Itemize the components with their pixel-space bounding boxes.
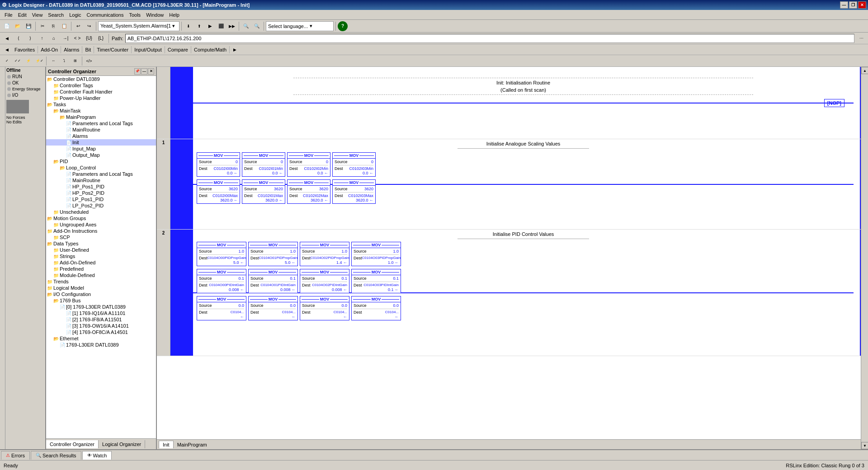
help-button[interactable]: ? <box>338 21 348 31</box>
menu-file[interactable]: File <box>2 11 15 19</box>
paste-button[interactable]: 📋 <box>59 21 69 31</box>
tab-compare[interactable]: Compare <box>165 46 191 53</box>
tree-item-2[interactable]: 📁Controller Fault Handler <box>46 89 156 95</box>
tab-init[interactable]: Init <box>159 441 174 448</box>
ladder-content[interactable]: Init: Initialisation Routine (Called on … <box>157 67 861 439</box>
menu-edit[interactable]: Edit <box>15 11 29 19</box>
test-button[interactable]: ▶▶ <box>227 21 237 31</box>
tree-item-30[interactable]: 📁Predefined <box>46 266 156 272</box>
tree-item-20[interactable]: 📄LP_Pos2_PID <box>46 202 156 209</box>
back-button[interactable]: ◀ <box>2 33 12 43</box>
tab-main-program[interactable]: MainProgram <box>174 441 211 448</box>
tree-item-37[interactable]: 📄[1] 1769-IQ16/A A11101 <box>46 310 156 316</box>
new-button[interactable]: 📄 <box>2 21 12 31</box>
tree-item-24[interactable]: 📁Add-On Instructions <box>46 228 156 234</box>
download-button[interactable]: ⬇ <box>184 21 193 31</box>
open-button[interactable]: 📂 <box>13 21 23 31</box>
scroll-down-button[interactable]: ▼ <box>861 442 868 449</box>
panel-min-button[interactable]: — <box>141 68 147 75</box>
tree-item-15[interactable]: 📄Parameters and Local Tags <box>46 171 156 177</box>
tree-item-27[interactable]: 📁User-Defined <box>46 247 156 253</box>
rung-select-button[interactable]: ↔ <box>48 56 58 66</box>
redo-button[interactable]: ↪ <box>84 21 94 31</box>
menu-view[interactable]: View <box>29 11 46 19</box>
nav-misc-button[interactable]: {L} <box>96 33 106 43</box>
panel-pin-button[interactable]: 📌 <box>134 68 141 75</box>
menu-window[interactable]: Window <box>143 11 166 19</box>
tree-item-17[interactable]: 📄HP_Pos1_PID <box>46 183 156 190</box>
tree-item-38[interactable]: 📄[2] 1769-IF8/A A11501 <box>46 316 156 323</box>
tab-search-results[interactable]: 🔍 Search Results <box>31 451 81 460</box>
run-button[interactable]: ▶ <box>205 21 215 31</box>
nav-next-button[interactable]: ⟩ <box>25 33 35 43</box>
rung-monitor-button[interactable]: ⊞ <box>70 56 80 66</box>
stop-button[interactable]: ⬛ <box>216 21 226 31</box>
tree-item-21[interactable]: 📁Unscheduled <box>46 209 156 215</box>
tab-errors[interactable]: ⚠ Errors <box>1 451 30 460</box>
nav-back-button[interactable]: ⟨ <box>14 33 24 43</box>
menu-search[interactable]: Search <box>45 11 66 19</box>
panel-close-button[interactable]: ✕ <box>148 68 154 75</box>
save-button[interactable]: 💾 <box>24 21 33 31</box>
tree-item-9[interactable]: 📄Alarms <box>46 133 156 139</box>
tree-item-31[interactable]: 📁Module-Defined <box>46 272 156 278</box>
tree-item-3[interactable]: 📁Power-Up Handler <box>46 95 156 101</box>
controller-dropdown[interactable]: Yeast_System.System.Alarms[1 ▾ <box>98 21 179 31</box>
left-bottom-tab-0[interactable]: Controller Organizer <box>46 440 99 448</box>
nav-up-button[interactable]: ↑ <box>37 33 47 43</box>
tree-item-41[interactable]: 📂Ethernet <box>46 335 156 342</box>
rung-code-button[interactable]: </> <box>84 56 94 66</box>
tree-item-25[interactable]: 📁SCP <box>46 234 156 240</box>
cut-button[interactable]: ✂ <box>38 21 47 31</box>
tree-item-10[interactable]: 📄Init <box>46 139 156 146</box>
tree-item-35[interactable]: 📂1769 Bus <box>46 297 156 304</box>
scroll-up-button[interactable]: ▲ <box>861 67 868 74</box>
nav-run-button[interactable]: < > <box>72 33 82 43</box>
zoomout-button[interactable]: 🔍 <box>252 21 262 31</box>
tree-item-29[interactable]: 📁Add-On-Defined <box>46 259 156 266</box>
minimize-button[interactable]: — <box>840 1 848 9</box>
tab-watch[interactable]: 👁 Watch <box>82 451 112 460</box>
tree-item-32[interactable]: 📁Trends <box>46 278 156 285</box>
rung-verify2-button[interactable]: ✓✓ <box>13 56 23 66</box>
tree-item-36[interactable]: 📄[0] 1769-L30ER DATL0389 <box>46 304 156 310</box>
path-browse-button[interactable]: ⋯ <box>856 33 866 43</box>
upload-button[interactable]: ⬆ <box>194 21 204 31</box>
inst-left-button[interactable]: ◀ <box>2 45 12 55</box>
rung-verify-button[interactable]: ✓ <box>2 56 12 66</box>
tab-compute[interactable]: Compute/Math <box>191 46 230 53</box>
tree-item-13[interactable]: 📂PID <box>46 158 156 164</box>
tab-inputoutput[interactable]: Input/Output <box>132 46 165 53</box>
tree-item-8[interactable]: 📄MainRoutine <box>46 127 156 133</box>
tab-alarms[interactable]: Alarms <box>61 46 82 53</box>
menu-tools[interactable]: Tools <box>126 11 143 19</box>
tree-item-28[interactable]: 📁Strings <box>46 253 156 259</box>
tab-timercounter[interactable]: Timer/Counter <box>94 46 132 53</box>
nav-step-button[interactable]: →| <box>61 33 71 43</box>
tree-item-34[interactable]: 📂I/O Configuration <box>46 291 156 297</box>
tree-item-26[interactable]: 📂Data Types <box>46 240 156 247</box>
tree-item-12[interactable]: 📄Output_Map <box>46 152 156 158</box>
rung-verify4-button[interactable]: ⚡✓ <box>34 56 44 66</box>
tree-item-6[interactable]: 📂MainProgram <box>46 114 156 120</box>
inst-right-button[interactable]: ▶ <box>230 45 240 55</box>
tab-favorites[interactable]: Favorites <box>12 46 38 53</box>
nav-home-button[interactable]: ⌂ <box>49 33 59 43</box>
tree-item-16[interactable]: 📄MainRoutine <box>46 177 156 183</box>
rung-jump-button[interactable]: ⤵ <box>59 56 69 66</box>
left-bottom-tab-1[interactable]: Logical Organizer <box>99 440 145 448</box>
tree-item-33[interactable]: 📁Logical Model <box>46 285 156 291</box>
vertical-scrollbar[interactable]: ▲ ▼ <box>861 67 868 449</box>
menu-help[interactable]: Help <box>166 11 182 19</box>
rung-verify3-button[interactable]: ⚡ <box>24 56 33 66</box>
menu-logic[interactable]: Logic <box>66 11 84 19</box>
tree-item-39[interactable]: 📄[3] 1769-OW16/A A14101 <box>46 323 156 329</box>
restore-button[interactable]: ❐ <box>849 1 857 9</box>
tree-item-40[interactable]: 📄[4] 1769-OF8C/A A14501 <box>46 329 156 335</box>
tab-bit[interactable]: Bit <box>82 46 94 53</box>
tree-item-11[interactable]: 📄Input_Map <box>46 146 156 152</box>
close-button[interactable]: ✕ <box>858 1 866 9</box>
path-input[interactable] <box>125 34 854 43</box>
tree-item-23[interactable]: 📁Ungrouped Axes <box>46 221 156 228</box>
tab-addon[interactable]: Add-On <box>38 46 61 53</box>
